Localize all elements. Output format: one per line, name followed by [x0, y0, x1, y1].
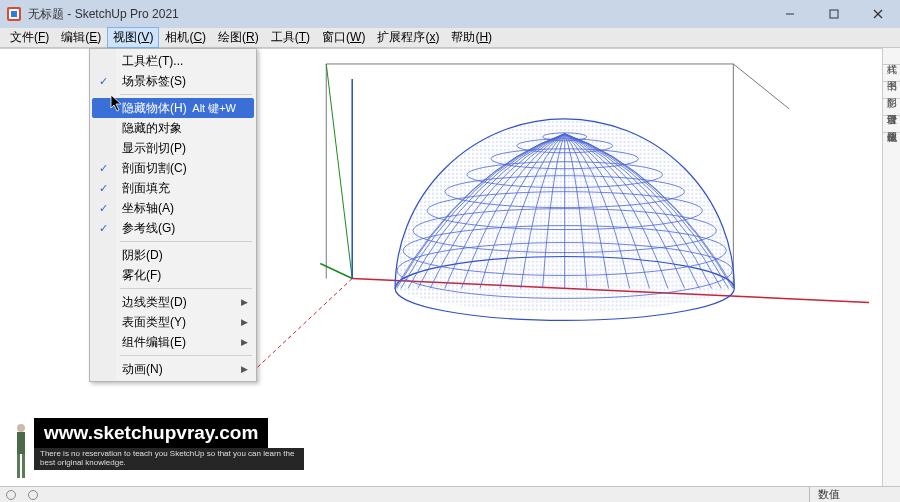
menu-item-label: 剖面切割(C) — [122, 160, 187, 177]
menu-工具[interactable]: 工具(T) — [265, 27, 316, 48]
check-icon: ✓ — [99, 202, 108, 215]
check-icon: ✓ — [99, 75, 108, 88]
menu-item-表面类型(Y)[interactable]: 表面类型(Y)▶ — [92, 312, 254, 332]
menu-item-剖面填充[interactable]: ✓剖面填充 — [92, 178, 254, 198]
check-icon: ✓ — [99, 162, 108, 175]
menu-item-label: 雾化(F) — [122, 267, 161, 284]
view-menu-dropdown: 工具栏(T)...✓场景标签(S)隐藏物体(H)Alt 键+W隐藏的对象显示剖切… — [89, 48, 257, 382]
svg-point-21 — [17, 424, 25, 432]
menu-item-label: 坐标轴(A) — [122, 200, 174, 217]
menu-separator — [120, 241, 252, 242]
menu-item-label: 阴影(D) — [122, 247, 163, 264]
dome-geometry — [395, 119, 734, 321]
menu-item-工具栏(T)...[interactable]: 工具栏(T)... — [92, 51, 254, 71]
menu-item-label: 组件编辑(E) — [122, 334, 186, 351]
chevron-right-icon: ▶ — [241, 297, 248, 307]
menu-item-参考线(G)[interactable]: ✓参考线(G) — [92, 218, 254, 238]
menu-item-label: 工具栏(T)... — [122, 53, 183, 70]
watermark-subtitle: There is no reservation to teach you Ske… — [34, 448, 304, 470]
menu-item-label: 参考线(G) — [122, 220, 175, 237]
svg-rect-24 — [22, 454, 25, 478]
menu-item-label: 隐藏的对象 — [122, 120, 182, 137]
svg-line-9 — [326, 64, 352, 279]
menu-item-隐藏物体(H)[interactable]: 隐藏物体(H)Alt 键+W — [92, 98, 254, 118]
minimize-button[interactable] — [768, 0, 812, 28]
menu-item-label: 隐藏物体(H) — [122, 100, 187, 117]
menu-绘图[interactable]: 绘图(R) — [212, 27, 265, 48]
menu-窗口[interactable]: 窗口(W) — [316, 27, 371, 48]
check-icon: ✓ — [99, 222, 108, 235]
menu-item-label: 场景标签(S) — [122, 73, 186, 90]
menubar: 文件(F)编辑(E)视图(V)相机(C)绘图(R)工具(T)窗口(W)扩展程序(… — [0, 28, 900, 48]
statusbar: 数值 — [0, 486, 900, 502]
value-box-label: 数值 — [809, 487, 900, 502]
menu-扩展程序[interactable]: 扩展程序(x) — [371, 27, 445, 48]
chevron-right-icon: ▶ — [241, 317, 248, 327]
menu-帮助[interactable]: 帮助(H) — [445, 27, 498, 48]
status-indicator-2[interactable] — [28, 490, 38, 500]
scale-figure — [10, 422, 32, 482]
side-tab-样式[interactable]: 样式 — [883, 48, 900, 65]
close-button[interactable] — [856, 0, 900, 28]
menu-item-label: 剖面填充 — [122, 180, 170, 197]
app-icon — [6, 6, 22, 22]
menu-item-边线类型(D)[interactable]: 边线类型(D)▶ — [92, 292, 254, 312]
side-tab-图书[interactable]: 图书 — [883, 65, 900, 82]
menu-item-阴影(D)[interactable]: 阴影(D) — [92, 245, 254, 265]
menu-separator — [120, 288, 252, 289]
menu-item-组件编辑(E)[interactable]: 组件编辑(E)▶ — [92, 332, 254, 352]
titlebar: 无标题 - SketchUp Pro 2021 — [0, 0, 900, 28]
svg-rect-22 — [17, 432, 25, 454]
svg-line-8 — [256, 278, 352, 368]
chevron-right-icon: ▶ — [241, 337, 248, 347]
menu-shortcut: Alt 键+W — [192, 101, 236, 116]
watermark: www.sketchupvray.com There is no reserva… — [34, 418, 304, 470]
status-indicator-1[interactable] — [6, 490, 16, 500]
axis-green — [320, 264, 352, 279]
menu-相机[interactable]: 相机(C) — [159, 27, 212, 48]
chevron-right-icon: ▶ — [241, 364, 248, 374]
menu-separator — [120, 94, 252, 95]
menu-item-剖面切割(C)[interactable]: ✓剖面切割(C) — [92, 158, 254, 178]
side-tabs: 样式图书阴影管理目录缓化回放 — [882, 48, 900, 486]
menu-item-label: 动画(N) — [122, 361, 163, 378]
menu-item-场景标签(S)[interactable]: ✓场景标签(S) — [92, 71, 254, 91]
menu-视图[interactable]: 视图(V) — [107, 27, 159, 48]
menu-item-label: 显示剖切(P) — [122, 140, 186, 157]
svg-line-7 — [733, 64, 789, 109]
menu-item-显示剖切(P)[interactable]: 显示剖切(P) — [92, 138, 254, 158]
side-tab-阴影[interactable]: 阴影 — [883, 82, 900, 99]
svg-rect-4 — [830, 10, 838, 18]
menu-item-label: 表面类型(Y) — [122, 314, 186, 331]
menu-文件[interactable]: 文件(F) — [4, 27, 55, 48]
maximize-button[interactable] — [812, 0, 856, 28]
menu-separator — [120, 355, 252, 356]
menu-item-隐藏的对象[interactable]: 隐藏的对象 — [92, 118, 254, 138]
watermark-url: www.sketchupvray.com — [34, 418, 268, 448]
menu-item-雾化(F)[interactable]: 雾化(F) — [92, 265, 254, 285]
menu-item-label: 边线类型(D) — [122, 294, 187, 311]
side-tab-管理目录[interactable]: 管理目录 — [883, 99, 900, 116]
menu-item-坐标轴(A)[interactable]: ✓坐标轴(A) — [92, 198, 254, 218]
side-tab-缓化回放[interactable]: 缓化回放 — [883, 116, 900, 133]
svg-rect-23 — [17, 454, 20, 478]
window-title: 无标题 - SketchUp Pro 2021 — [28, 6, 768, 23]
svg-rect-2 — [11, 11, 17, 17]
menu-item-动画(N)[interactable]: 动画(N)▶ — [92, 359, 254, 379]
window-controls — [768, 0, 900, 28]
check-icon: ✓ — [99, 182, 108, 195]
menu-编辑[interactable]: 编辑(E) — [55, 27, 107, 48]
